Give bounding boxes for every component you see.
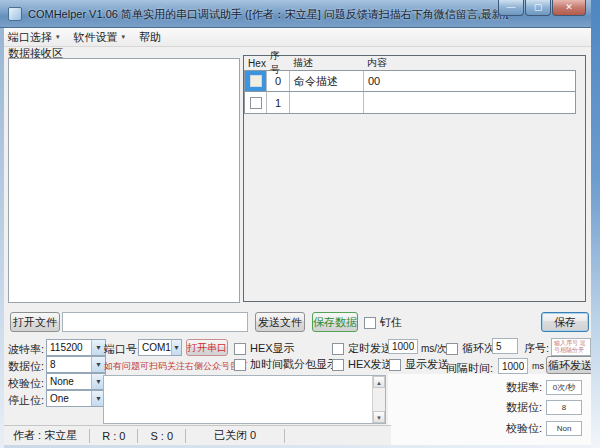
send-file-button[interactable]: 发送文件 bbox=[255, 312, 305, 332]
open-file-button[interactable]: 打开文件 bbox=[10, 312, 60, 332]
header-desc: 描述 bbox=[289, 56, 363, 70]
interval-unit: ms bbox=[532, 361, 544, 371]
timed-send-label: 定时发送 bbox=[348, 341, 392, 356]
mini-parity-row: 校验位: Non bbox=[506, 421, 582, 436]
hex-send-row: HEX发送 bbox=[332, 357, 393, 372]
index-cell: 1 bbox=[267, 92, 290, 113]
mini-status-panel: 数据率: 0次/秒 数据位: 8 校验位: Non bbox=[388, 374, 591, 448]
stopbits-value: One bbox=[47, 393, 91, 404]
port-select[interactable]: COM1 ▼ bbox=[138, 339, 182, 356]
mini-parity-value: Non bbox=[546, 421, 582, 436]
loop-count-input[interactable] bbox=[492, 338, 518, 354]
show-send-checkbox[interactable] bbox=[389, 359, 401, 371]
desc-cell[interactable]: 命令描述 bbox=[290, 71, 364, 91]
content-cell[interactable] bbox=[364, 92, 575, 113]
status-rx-count: R : 0 bbox=[90, 430, 137, 442]
save-button[interactable]: 保存 bbox=[541, 312, 589, 332]
hex-display-row: HEX显示 bbox=[234, 341, 295, 356]
hex-send-label: HEX发送 bbox=[348, 357, 393, 372]
databits-value: 8 bbox=[47, 359, 91, 370]
hex-checkbox[interactable] bbox=[250, 75, 262, 87]
hex-checkbox[interactable] bbox=[250, 97, 262, 109]
menu-help[interactable]: 帮助 bbox=[132, 28, 168, 47]
menu-port-select-label: 端口选择 bbox=[8, 30, 52, 45]
stopbits-select[interactable]: One ▼ bbox=[46, 390, 106, 407]
loop-count-checkbox[interactable] bbox=[446, 343, 458, 355]
status-port-state: 已关闭 0 bbox=[186, 428, 284, 443]
file-path-input[interactable] bbox=[62, 312, 248, 332]
send-scrollbar[interactable]: ▲ ▼ bbox=[372, 376, 385, 423]
window-frame-right bbox=[591, 0, 600, 448]
show-send-row: 显示发送 bbox=[389, 357, 449, 372]
rate-row: 数据率: 0次/秒 bbox=[506, 380, 582, 395]
chevron-down-icon: ▼ bbox=[91, 340, 105, 355]
timed-send-checkbox[interactable] bbox=[332, 343, 344, 355]
scroll-up-icon[interactable]: ▲ bbox=[373, 376, 385, 388]
table-header: Hex 序号 描述 内容 bbox=[244, 56, 576, 70]
window-title: COMHelper V1.06 简单实用的串口调试助手 ([作者：宋立星] 问题… bbox=[28, 7, 508, 22]
timed-send-row: 定时发送 bbox=[332, 341, 392, 356]
mini-databits-label: 数据位: bbox=[506, 400, 542, 415]
send-textarea[interactable]: ▲ ▼ bbox=[103, 375, 386, 424]
command-panel: Hex 序号 描述 内容 0 命令描述 00 1 bbox=[243, 55, 586, 302]
menu-software-settings-label: 软件设置 bbox=[74, 30, 118, 45]
hex-display-checkbox[interactable] bbox=[234, 343, 246, 355]
rate-value: 0次/秒 bbox=[546, 380, 582, 395]
table-row[interactable]: 0 命令描述 00 bbox=[244, 70, 576, 92]
pin-label: 钉住 bbox=[380, 315, 402, 330]
status-author: 作者 : 宋立星 bbox=[1, 428, 89, 443]
chevron-down-icon: ▾ bbox=[56, 33, 60, 41]
header-hex: Hex bbox=[244, 56, 266, 70]
parity-label: 校验位: bbox=[8, 376, 44, 391]
databits-label: 数据位: bbox=[8, 359, 44, 374]
baud-select[interactable]: 115200 ▼ bbox=[46, 339, 106, 356]
status-bar: 作者 : 宋立星 R : 0 S : 0 已关闭 0 bbox=[1, 425, 391, 445]
mini-parity-label: 校验位: bbox=[506, 421, 542, 436]
parity-select[interactable]: None ▼ bbox=[46, 373, 106, 390]
app-window: COMHelper V1.06 简单实用的串口调试助手 ([作者：宋立星] 问题… bbox=[0, 0, 600, 448]
parity-value: None bbox=[47, 376, 91, 387]
databits-select[interactable]: 8 ▼ bbox=[46, 356, 106, 373]
loop-send-button[interactable]: 循环发送 bbox=[546, 356, 594, 374]
open-port-button[interactable]: 打开串口 bbox=[186, 339, 228, 356]
mini-databits-value: 8 bbox=[546, 400, 582, 415]
menu-help-label: 帮助 bbox=[139, 30, 161, 45]
window-frame-left bbox=[0, 28, 4, 448]
interval-input[interactable] bbox=[498, 358, 528, 374]
menu-port-select[interactable]: 端口选择 ▾ bbox=[1, 28, 67, 47]
seq-input[interactable]: 输入序号 逗号相隔分开 bbox=[551, 338, 591, 356]
baud-value: 115200 bbox=[47, 342, 91, 353]
timed-send-interval-input[interactable] bbox=[388, 339, 418, 354]
scroll-down-icon[interactable]: ▼ bbox=[373, 411, 385, 423]
mini-databits-row: 数据位: 8 bbox=[506, 400, 582, 415]
title-bar: COMHelper V1.06 简单实用的串口调试助手 ([作者：宋立星] 问题… bbox=[0, 0, 600, 28]
hex-display-label: HEX显示 bbox=[250, 341, 295, 356]
timestamp-display-label: 加时间戳分包显示 bbox=[250, 357, 338, 372]
timestamp-display-row: 加时间戳分包显示 bbox=[234, 357, 338, 372]
app-icon bbox=[8, 7, 22, 21]
timestamp-display-checkbox[interactable] bbox=[234, 359, 246, 371]
hex-cell bbox=[245, 92, 267, 113]
header-index: 序号 bbox=[266, 56, 289, 70]
hex-send-checkbox[interactable] bbox=[332, 359, 344, 371]
chevron-down-icon: ▾ bbox=[122, 33, 126, 41]
minimize-button[interactable]: — bbox=[498, 0, 524, 16]
chevron-down-icon: ▼ bbox=[171, 340, 181, 355]
qr-hint-text: 如有问题可扫码关注右侧公众号留言 bbox=[104, 360, 248, 373]
status-tx-count: S : 0 bbox=[138, 430, 185, 442]
save-data-button[interactable]: 保存数据 bbox=[312, 312, 358, 332]
timed-send-unit: ms/次 bbox=[421, 342, 447, 356]
receive-area[interactable] bbox=[8, 58, 240, 303]
port-value: COM1 bbox=[139, 342, 171, 353]
desc-cell[interactable] bbox=[290, 92, 364, 113]
maximize-button[interactable]: ▢ bbox=[525, 0, 551, 16]
header-content: 内容 bbox=[363, 56, 576, 70]
content-cell[interactable]: 00 bbox=[364, 71, 575, 91]
table-row[interactable]: 1 bbox=[244, 92, 576, 114]
close-button[interactable]: ✕ bbox=[552, 0, 586, 16]
port-label: 端口号: bbox=[104, 342, 140, 357]
show-send-label: 显示发送 bbox=[405, 357, 449, 372]
menu-software-settings[interactable]: 软件设置 ▾ bbox=[67, 28, 133, 47]
pin-checkbox[interactable] bbox=[364, 317, 376, 329]
pin-checkbox-row: 钉住 bbox=[364, 315, 402, 330]
